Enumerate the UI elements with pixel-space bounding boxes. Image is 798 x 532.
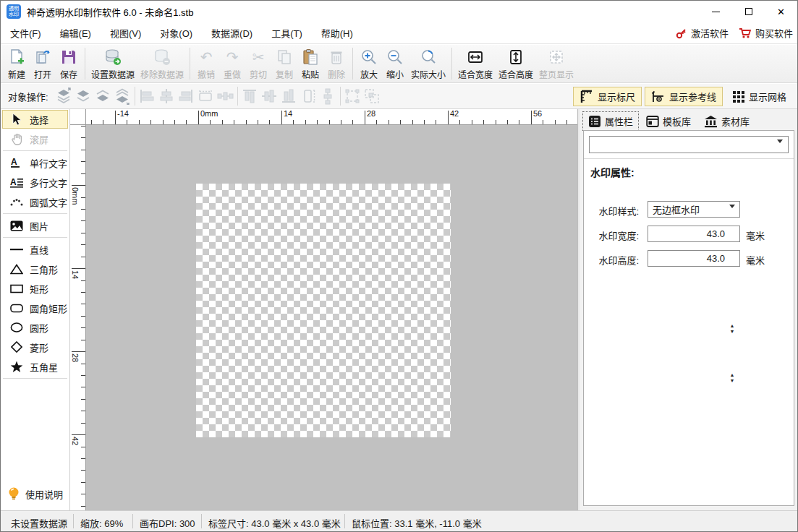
tab-properties[interactable]: 属性栏 [582, 111, 639, 131]
v-ruler-label: 42 [71, 437, 80, 445]
fit-height-button[interactable]: 适合高度 [496, 46, 536, 81]
fit-width-label: 适合宽度 [458, 68, 493, 80]
tool-star[interactable]: 五角星 [2, 357, 68, 376]
menu-tools[interactable]: 工具(T) [262, 22, 312, 43]
remove-datasource-label: 移除数据源 [140, 68, 184, 80]
set-datasource-button[interactable]: 设置数据源 [88, 46, 137, 81]
tool-arc-text[interactable]: 圆弧文字 [2, 192, 68, 211]
menu-view[interactable]: 视图(V) [101, 22, 150, 43]
tool-single-text[interactable]: A 单行文字 [2, 153, 68, 172]
tool-multi-text[interactable]: A 多行文字 [2, 173, 68, 192]
properties-panel: 水印属性: 水印样式: 无边框水印 水印宽度: 43.0 ▲▼ 毫米 [583, 130, 794, 506]
tool-rect[interactable]: 矩形 [2, 279, 68, 298]
fit-width-button[interactable]: 适合宽度 [455, 46, 496, 81]
tool-rounded-rect[interactable]: 圆角矩形 [2, 299, 68, 317]
menu-bar: 文件(F) 编辑(E) 视图(V) 对象(O) 数据源(D) 工具(T) 帮助(… [1, 22, 797, 44]
tool-circle[interactable]: 圆形 [2, 318, 68, 337]
watermark-width-input[interactable]: 43.0 [648, 226, 740, 242]
watermark-width-label: 水印宽度: [584, 228, 639, 242]
tool-line[interactable]: 直线 [2, 240, 68, 259]
tool-rect-label: 矩形 [30, 282, 48, 296]
show-grid-toggle[interactable]: 显示网格 [726, 87, 793, 106]
v-ruler-label: 0mm [71, 187, 80, 205]
tool-select[interactable]: 选择 [2, 110, 68, 129]
h-ruler-label: 56 [533, 109, 542, 118]
maximize-icon [745, 8, 752, 15]
status-bar: 未设置数据源 缩放: 69% 画布DPI: 300 标签尺寸: 43.0 毫米 … [1, 510, 797, 532]
menu-help[interactable]: 帮助(H) [312, 22, 362, 43]
watermark-properties-title: 水印属性: [590, 165, 634, 179]
open-label: 打开 [34, 68, 51, 80]
tool-diamond[interactable]: 菱形 [2, 338, 68, 356]
tool-image[interactable]: 图片 [2, 216, 68, 235]
send-to-back-icon [114, 87, 131, 105]
align-left-icon [138, 87, 156, 105]
open-file-icon [33, 48, 52, 66]
zoom-out-button[interactable]: 缩小 [382, 46, 408, 81]
status-datasource: 未设置数据源 [11, 516, 67, 530]
watermark-height-input[interactable]: 43.0 [648, 250, 740, 267]
undo-button: ↶ 撤销 [193, 46, 219, 81]
templates-icon [646, 115, 659, 128]
help-button[interactable]: 使用说明 [1, 483, 69, 505]
bring-to-front-icon [55, 87, 72, 105]
minimize-button[interactable] [700, 1, 732, 22]
object-selector-combobox[interactable] [589, 136, 789, 153]
v-ruler-label: 14 [71, 270, 80, 279]
new-document-icon [7, 48, 26, 66]
delete-button: 删除 [323, 46, 349, 81]
diamond-icon [8, 341, 25, 353]
menu-object[interactable]: 对象(O) [150, 22, 202, 43]
tab-materials[interactable]: 素材库 [698, 111, 755, 131]
h-ruler-label: 0mm [200, 109, 218, 118]
open-button[interactable]: 打开 [30, 46, 56, 81]
watermark-style-select[interactable]: 无边框水印 [648, 201, 740, 218]
width-spinner[interactable]: ▲▼ [727, 322, 737, 336]
zoom-in-button[interactable]: 放大 [356, 46, 382, 81]
menu-datasource[interactable]: 数据源(D) [202, 22, 262, 43]
bring-forward-button[interactable] [74, 87, 93, 106]
single-line-text-icon: A [8, 157, 25, 168]
design-canvas[interactable] [86, 125, 577, 510]
watermark-artboard[interactable] [196, 184, 451, 437]
align-center-h-icon [158, 87, 175, 105]
rectangle-icon [8, 284, 25, 293]
copy-button: 复制 [271, 46, 297, 81]
ungroup-button [362, 87, 382, 106]
distribute-v-button [318, 87, 338, 106]
title-bar: 透明水印 神奇透明水印制作软件 6.0 - 未命名1.stb ✕ [1, 1, 797, 22]
close-button[interactable]: ✕ [765, 1, 797, 22]
show-ruler-toggle[interactable]: 显示标尺 [573, 87, 642, 106]
v-ruler-label: 28 [71, 353, 80, 362]
hand-icon [8, 133, 25, 145]
cut-label: 剪切 [250, 68, 267, 80]
tool-triangle[interactable]: 三角形 [2, 259, 68, 278]
buy-software-button[interactable]: 购买软件 [739, 26, 793, 40]
actual-size-icon [419, 48, 438, 66]
distribute-h-icon [216, 87, 234, 105]
menu-edit[interactable]: 编辑(E) [51, 22, 101, 43]
show-grid-label: 显示网格 [749, 90, 786, 103]
same-width-icon [197, 87, 214, 105]
show-guides-toggle[interactable]: 显示参考线 [645, 87, 723, 106]
height-spinner[interactable]: ▲▼ [727, 371, 737, 385]
arc-text-icon [8, 197, 25, 207]
h-ruler-label: 42 [450, 109, 459, 118]
new-button[interactable]: 新建 [4, 46, 30, 81]
watermark-style-label: 水印样式: [584, 204, 639, 218]
align-right-button [177, 87, 196, 106]
paste-button[interactable]: 粘贴 [297, 46, 323, 81]
menu-file[interactable]: 文件(F) [1, 22, 51, 43]
actual-size-button[interactable]: 实际大小 [408, 46, 449, 81]
status-zoom: 缩放: 69% [80, 516, 123, 530]
redo-label: 重做 [224, 68, 241, 80]
activate-software-button[interactable]: 激活软件 [676, 26, 729, 40]
group-icon [344, 87, 361, 105]
bring-to-front-button[interactable] [54, 87, 74, 106]
send-backward-button[interactable] [93, 87, 113, 106]
maximize-button[interactable] [732, 1, 765, 22]
watermark-height-value: 43.0 [707, 253, 725, 264]
send-to-back-button[interactable] [113, 87, 132, 106]
save-button[interactable]: 保存 [56, 46, 82, 81]
tab-templates[interactable]: 模板库 [640, 111, 697, 131]
